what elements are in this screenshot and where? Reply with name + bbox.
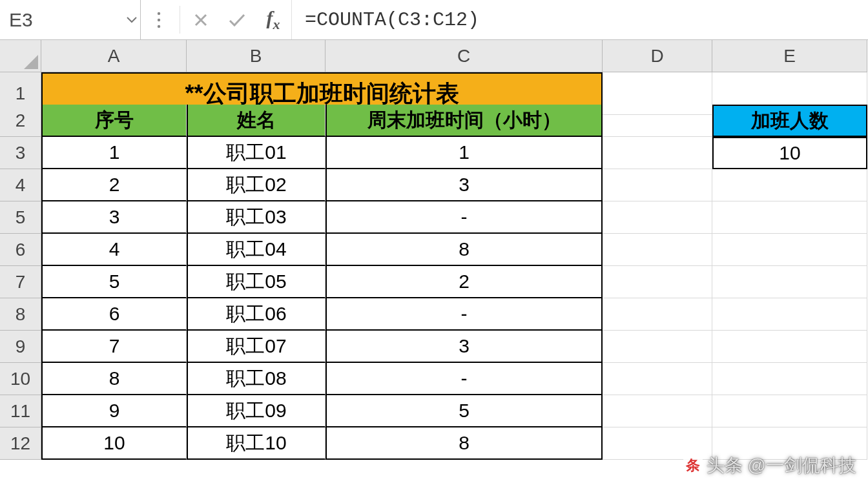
row-header-5[interactable]: 5 xyxy=(0,201,41,234)
cell-D6[interactable] xyxy=(603,234,712,266)
cell-B10[interactable]: 职工08 xyxy=(187,363,326,395)
svg-point-1 xyxy=(158,18,160,21)
header-seq[interactable]: 序号 xyxy=(41,105,187,137)
select-all-corner[interactable] xyxy=(0,40,41,72)
formula-bar: E3 fx =COUNTA(C3:C12) xyxy=(0,0,868,40)
cell-B12[interactable]: 职工10 xyxy=(187,427,326,460)
svg-point-0 xyxy=(158,12,160,14)
cell-B9[interactable]: 职工07 xyxy=(187,331,326,363)
watermark-text: 头条 @一剑侃科技 xyxy=(707,453,856,478)
cell-C9[interactable]: 3 xyxy=(326,331,603,363)
cell-A5[interactable]: 3 xyxy=(41,201,187,234)
spreadsheet-grid[interactable]: A B C D E 1 **公司职工加班时间统计表 2 序号 姓名 周末加班时间… xyxy=(0,40,868,460)
row-header-12[interactable]: 12 xyxy=(0,427,41,460)
row-header-7[interactable]: 7 xyxy=(0,266,41,298)
cell-A12[interactable]: 10 xyxy=(41,427,187,460)
cell-C6[interactable]: 8 xyxy=(326,234,603,266)
col-header-A[interactable]: A xyxy=(41,40,187,72)
cell-A7[interactable]: 5 xyxy=(41,266,187,298)
cell-D7[interactable] xyxy=(603,266,712,298)
watermark-logo-icon: 条 xyxy=(683,456,703,475)
row-header-10[interactable]: 10 xyxy=(0,363,41,395)
cell-A9[interactable]: 7 xyxy=(41,331,187,363)
cell-D10[interactable] xyxy=(603,363,712,395)
cell-E9[interactable] xyxy=(712,331,867,363)
cell-C7[interactable]: 2 xyxy=(326,266,603,298)
row-header-11[interactable]: 11 xyxy=(0,395,41,427)
col-header-D[interactable]: D xyxy=(603,40,712,72)
cell-D2[interactable] xyxy=(603,105,712,137)
header-name[interactable]: 姓名 xyxy=(187,105,326,137)
confirm-formula-button[interactable] xyxy=(219,0,255,39)
row-header-9[interactable]: 9 xyxy=(0,331,41,363)
cell-C5[interactable]: - xyxy=(326,201,603,234)
cancel-formula-button[interactable] xyxy=(183,0,219,39)
cell-D11[interactable] xyxy=(603,395,712,427)
cell-E6[interactable] xyxy=(712,234,867,266)
cell-E11[interactable] xyxy=(712,395,867,427)
cell-A6[interactable]: 4 xyxy=(41,234,187,266)
formula-input[interactable]: =COUNTA(C3:C12) xyxy=(291,0,868,39)
cell-C8[interactable]: - xyxy=(326,298,603,331)
cell-E4[interactable] xyxy=(712,169,867,201)
cell-C10[interactable]: - xyxy=(326,363,603,395)
cell-B3[interactable]: 职工01 xyxy=(187,137,326,169)
name-box-dropdown-icon[interactable] xyxy=(123,0,140,39)
cell-B6[interactable]: 职工04 xyxy=(187,234,326,266)
cell-A3[interactable]: 1 xyxy=(41,137,187,169)
cell-E7[interactable] xyxy=(712,266,867,298)
cell-A11[interactable]: 9 xyxy=(41,395,187,427)
cell-D9[interactable] xyxy=(603,331,712,363)
header-overtime[interactable]: 周末加班时间（小时） xyxy=(326,105,603,137)
cell-E8[interactable] xyxy=(712,298,867,331)
cell-C12[interactable]: 8 xyxy=(326,427,603,460)
cell-A8[interactable]: 6 xyxy=(41,298,187,331)
insert-function-button[interactable]: fx xyxy=(255,0,291,39)
cell-D3[interactable] xyxy=(603,137,712,169)
row-header-6[interactable]: 6 xyxy=(0,234,41,266)
cell-B5[interactable]: 职工03 xyxy=(187,201,326,234)
cell-C4[interactable]: 3 xyxy=(326,169,603,201)
cell-E5[interactable] xyxy=(712,201,867,234)
row-header-4[interactable]: 4 xyxy=(0,169,41,201)
name-box[interactable]: E3 xyxy=(0,0,141,39)
cell-D4[interactable] xyxy=(603,169,712,201)
fx-icon: fx xyxy=(267,7,280,33)
cell-E10[interactable] xyxy=(712,363,867,395)
formula-text: =COUNTA(C3:C12) xyxy=(305,9,479,31)
row-header-8[interactable]: 8 xyxy=(0,298,41,331)
cell-A10[interactable]: 8 xyxy=(41,363,187,395)
col-header-C[interactable]: C xyxy=(326,40,603,72)
cell-C11[interactable]: 5 xyxy=(326,395,603,427)
cell-A4[interactable]: 2 xyxy=(41,169,187,201)
cell-D8[interactable] xyxy=(603,298,712,331)
col-header-B[interactable]: B xyxy=(187,40,326,72)
row-header-2[interactable]: 2 xyxy=(0,105,41,137)
cell-B11[interactable]: 职工09 xyxy=(187,395,326,427)
side-header-cell[interactable]: 加班人数 xyxy=(712,105,867,137)
row-header-3[interactable]: 3 xyxy=(0,137,41,169)
watermark: 条 头条 @一剑侃科技 xyxy=(683,453,856,478)
cell-D5[interactable] xyxy=(603,201,712,234)
cell-B8[interactable]: 职工06 xyxy=(187,298,326,331)
svg-point-2 xyxy=(158,25,160,27)
formula-bar-options-icon[interactable] xyxy=(141,0,177,39)
cell-B4[interactable]: 职工02 xyxy=(187,169,326,201)
side-value-cell[interactable]: 10 xyxy=(712,137,867,169)
cell-C3[interactable]: 1 xyxy=(326,137,603,169)
col-header-E[interactable]: E xyxy=(712,40,867,72)
name-box-value: E3 xyxy=(9,9,123,31)
cell-B7[interactable]: 职工05 xyxy=(187,266,326,298)
